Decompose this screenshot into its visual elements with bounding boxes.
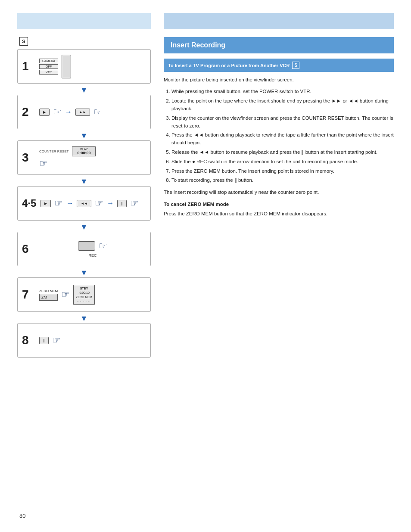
page-number: 80 bbox=[19, 513, 25, 519]
cancel-text: Press the ZERO MEM button so that the ZE… bbox=[164, 210, 394, 218]
step-6-box: 6 ☞ REC bbox=[17, 232, 151, 266]
camera-label: CAMERA bbox=[39, 59, 58, 63]
zero-mem-btn-label: ZM bbox=[41, 295, 47, 299]
step-2-fwd-btn: ►► bbox=[75, 109, 90, 116]
rec-label: REC bbox=[88, 253, 97, 258]
play2-icon: ▶ bbox=[44, 202, 47, 205]
cancel-title: To cancel ZERO MEM mode bbox=[164, 201, 394, 208]
step-45-arrow2: → bbox=[107, 199, 114, 207]
pause-icon: ‖ bbox=[121, 202, 123, 205]
step-8-content: ‖ ☞ bbox=[39, 335, 146, 346]
step-2-box: 2 ▶ ☞ → ►► ☞ bbox=[17, 95, 151, 129]
zero-mem-label: ZERO MEM bbox=[39, 289, 58, 293]
instructions: While pressing the small button, set the… bbox=[164, 88, 394, 218]
auto-stop-text: The insert recording will stop automatic… bbox=[164, 189, 394, 196]
top-bands bbox=[17, 13, 394, 29]
step-1-content: CAMERA OFF VTR bbox=[39, 55, 146, 78]
step-8-num: 8 bbox=[22, 333, 34, 347]
subtitle-banner: To Insert a TV Program or a Picture from… bbox=[164, 59, 394, 72]
stby-dots: ········· bbox=[76, 299, 92, 303]
right-column: Insert Recording To Insert a TV Program … bbox=[164, 37, 394, 218]
step-7-box: 7 ZERO MEM ZM ☞ STBY -0:00:10 ZERO MEM ·… bbox=[17, 277, 151, 312]
rec-switch bbox=[78, 241, 95, 251]
page-layout: S 1 CAMERA OFF VTR ▼ 2 ▶ ☞ → bbox=[17, 37, 394, 360]
step-8-pause-btn: ‖ bbox=[39, 337, 49, 344]
arrow-6-7: ▼ bbox=[17, 269, 151, 277]
step-2-arrow: → bbox=[65, 108, 72, 116]
steps-list: While pressing the small button, set the… bbox=[164, 88, 394, 184]
arrow-45-6: ▼ bbox=[17, 223, 151, 231]
subtitle-text: To Insert a TV Program or a Picture from… bbox=[168, 63, 290, 68]
step-item-8: To start recording, press the ‖ button. bbox=[171, 177, 394, 184]
counter-display: PLAY 0:00:00 bbox=[72, 146, 96, 156]
step-item-2: Locate the point on the tape where the i… bbox=[171, 97, 394, 113]
s-badge: S bbox=[19, 37, 28, 46]
stby-display: STBY -0:00:10 ZERO MEM ········· bbox=[73, 285, 95, 305]
step-item-3: Display the counter on the viewfinder sc… bbox=[171, 115, 394, 130]
step-3-hand: ☞ bbox=[39, 158, 48, 169]
stby-zero-mem: ZERO MEM bbox=[76, 295, 92, 299]
rew-icon: ◄◄ bbox=[81, 202, 87, 205]
zero-mem-btn: ZM bbox=[39, 294, 58, 301]
play-icon: ▶ bbox=[43, 110, 46, 114]
cancel-section: To cancel ZERO MEM mode Press the ZERO M… bbox=[164, 201, 394, 218]
subtitle-s-badge: S bbox=[292, 62, 299, 69]
step-45-hand1: ☞ bbox=[54, 198, 63, 209]
step-1-num: 1 bbox=[22, 59, 34, 73]
step-45-box: 4·5 ▶ ☞ → ◄◄ ☞ → ‖ ☞ bbox=[17, 186, 151, 221]
step-8-hand: ☞ bbox=[52, 335, 61, 346]
title-banner: Insert Recording bbox=[164, 37, 394, 53]
counter-reset-label: COUNTER RESET bbox=[39, 149, 68, 153]
arrow-3-4: ▼ bbox=[17, 177, 151, 185]
step-2-play-btn: ▶ bbox=[39, 109, 50, 116]
step-8-box: 8 ‖ ☞ bbox=[17, 323, 151, 358]
step-2-hand1: ☞ bbox=[53, 106, 62, 118]
arrow-1-2: ▼ bbox=[17, 86, 151, 94]
page-title: Insert Recording bbox=[171, 41, 225, 49]
play-label: PLAY bbox=[75, 148, 93, 151]
step-1-box: 1 CAMERA OFF VTR bbox=[17, 49, 151, 84]
step-3-content: COUNTER RESET PLAY 0:00:00 ☞ bbox=[39, 146, 146, 169]
step-item-6: Slide the ● REC switch in the arrow dire… bbox=[171, 158, 394, 166]
top-band-right bbox=[164, 13, 394, 29]
top-band-left bbox=[17, 13, 151, 29]
vtr-label: VTR bbox=[39, 70, 58, 75]
step-45-hand2: ☞ bbox=[95, 198, 103, 209]
pause2-icon: ‖ bbox=[43, 339, 45, 342]
step-45-arrow1: → bbox=[66, 199, 73, 207]
step-item-7: Press the ZERO MEM button. The insert en… bbox=[171, 168, 394, 175]
step-item-5: Release the ◄◄ button to resume playback… bbox=[171, 149, 394, 156]
step-item-1: While pressing the small button, set the… bbox=[171, 88, 394, 96]
step-45-play-btn: ▶ bbox=[40, 200, 51, 207]
stby-label: STBY bbox=[76, 286, 92, 291]
step-45-rew-btn: ◄◄ bbox=[77, 200, 91, 207]
fwd-icon: ►► bbox=[79, 110, 86, 114]
step-2-num: 2 bbox=[22, 105, 34, 119]
off-label: OFF bbox=[39, 64, 58, 69]
step-45-hand3: ☞ bbox=[130, 198, 139, 209]
intro-text: Monitor the picture being inserted on th… bbox=[164, 76, 394, 84]
step-45-pause-btn: ‖ bbox=[117, 200, 127, 207]
step-1-device: CAMERA OFF VTR bbox=[39, 59, 58, 75]
step-item-4: Press the ◄◄ button during playback to r… bbox=[171, 131, 394, 147]
time-display: 0:00:00 bbox=[75, 151, 93, 155]
step-6-content: ☞ REC bbox=[39, 240, 146, 258]
stby-counter: -0:00:10 bbox=[76, 291, 92, 295]
step-7-num: 7 bbox=[22, 288, 34, 302]
left-column: S 1 CAMERA OFF VTR ▼ 2 ▶ ☞ → bbox=[17, 37, 151, 360]
step-45-content: ▶ ☞ → ◄◄ ☞ → ‖ ☞ bbox=[40, 198, 146, 209]
step-3-box: 3 COUNTER RESET PLAY 0:00:00 ☞ bbox=[17, 140, 151, 175]
step-7-content: ZERO MEM ZM ☞ STBY -0:00:10 ZERO MEM ···… bbox=[39, 285, 146, 305]
device-body bbox=[62, 55, 71, 78]
step-45-num: 4·5 bbox=[22, 197, 36, 209]
step-6-hand: ☞ bbox=[99, 240, 107, 252]
step-2-hand2: ☞ bbox=[93, 106, 102, 118]
step-2-content: ▶ ☞ → ►► ☞ bbox=[39, 106, 146, 118]
step-6-num: 6 bbox=[22, 242, 34, 256]
step-7-hand: ☞ bbox=[61, 289, 70, 300]
arrow-2-3: ▼ bbox=[17, 132, 151, 140]
arrow-7-8: ▼ bbox=[17, 314, 151, 322]
step-3-num: 3 bbox=[22, 151, 34, 165]
